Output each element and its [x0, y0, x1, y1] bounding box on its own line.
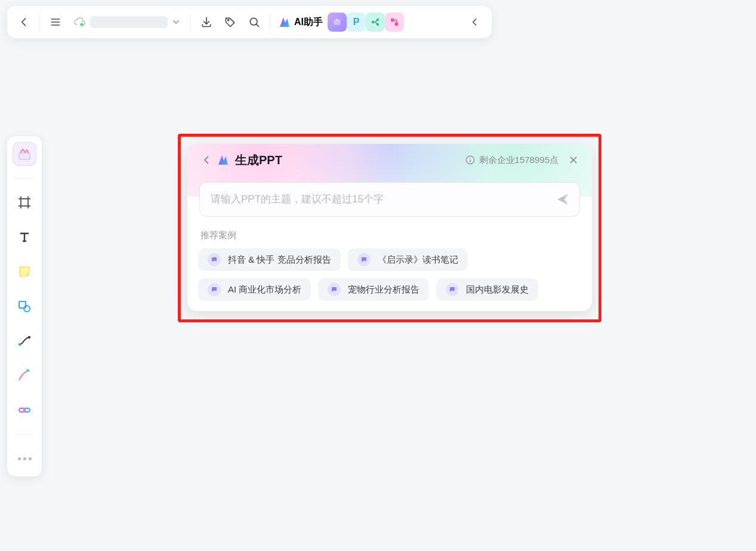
- collapse-right-button[interactable]: [463, 10, 487, 34]
- prompt-input-wrap: [199, 182, 580, 217]
- tool-frame[interactable]: [13, 190, 36, 214]
- chevron-down-icon: [171, 17, 181, 27]
- tool-dock: [7, 136, 42, 476]
- more-icon: [18, 457, 32, 460]
- close-icon: [569, 155, 578, 165]
- chat-bubble-icon: [208, 253, 221, 266]
- ai-assistant-label: AI助手: [294, 16, 323, 29]
- back-button[interactable]: [12, 10, 36, 34]
- chevron-left-icon: [201, 155, 212, 165]
- recommend-pill[interactable]: 国内电影发展史: [436, 278, 538, 301]
- ai-logo-icon: [279, 16, 291, 28]
- recommend-row: 抖音 & 快手 竞品分析报告《启示录》读书笔记AI 商业化市场分析宠物行业分析报…: [198, 248, 581, 301]
- app-chip-p-label: P: [353, 17, 360, 27]
- svg-line-6: [256, 24, 258, 26]
- tool-pen[interactable]: [13, 364, 36, 387]
- top-toolbar: AI助手 P: [7, 6, 492, 38]
- cloud-sync-icon: [73, 16, 85, 28]
- dock-separator: [16, 434, 33, 435]
- recommend-pill-label: AI 商业化市场分析: [228, 284, 301, 295]
- quota-info[interactable]: 剩余企业1578995点: [465, 155, 558, 166]
- panel-header: 生成PPT 剩余企业1578995点: [187, 144, 592, 176]
- panel-back-button[interactable]: [199, 153, 214, 167]
- recommend-pill-label: 抖音 & 快手 竞品分析报告: [228, 254, 331, 266]
- chevron-left-icon: [469, 16, 481, 28]
- svg-point-27: [470, 158, 471, 159]
- quota-text: 剩余企业1578995点: [479, 155, 558, 166]
- svg-rect-12: [395, 23, 397, 25]
- separator: [190, 14, 191, 30]
- recommend-pill[interactable]: 宠物行业分析报告: [318, 278, 429, 301]
- menu-icon: [50, 16, 61, 28]
- svg-rect-11: [391, 19, 394, 21]
- tool-templates[interactable]: [13, 142, 36, 166]
- image-sparkle-icon: [332, 17, 342, 27]
- tool-connector[interactable]: [13, 329, 36, 353]
- dock-separator: [16, 178, 33, 178]
- flow-icon: [390, 17, 399, 27]
- svg-rect-13: [19, 153, 30, 159]
- templates-icon: [17, 147, 32, 161]
- recommend-pill-label: 国内电影发展史: [466, 284, 529, 295]
- download-icon: [200, 16, 212, 28]
- frame-icon: [17, 195, 32, 210]
- tool-text[interactable]: [13, 225, 36, 249]
- menu-button[interactable]: [44, 10, 67, 34]
- tool-sticky-note[interactable]: [13, 260, 36, 284]
- search-button[interactable]: [242, 10, 266, 34]
- tool-more[interactable]: [13, 447, 36, 470]
- chat-bubble-icon: [357, 253, 371, 266]
- chevron-left-icon: [18, 16, 30, 28]
- app-chip-image[interactable]: [328, 13, 347, 32]
- document-title-redacted: [90, 16, 168, 28]
- info-icon: [465, 155, 476, 165]
- recommend-pill-label: 宠物行业分析报告: [348, 284, 419, 295]
- svg-point-21: [28, 336, 30, 338]
- sticky-note-icon: [17, 264, 32, 279]
- recommend-pill[interactable]: AI 商业化市场分析: [198, 278, 311, 301]
- tool-shapes[interactable]: [13, 294, 36, 318]
- svg-point-8: [372, 21, 374, 23]
- app-chip-p[interactable]: P: [347, 13, 366, 32]
- shapes-icon: [17, 299, 32, 313]
- ai-logo-icon: [217, 154, 229, 166]
- recommend-pill[interactable]: 《启示录》读书笔记: [348, 248, 468, 271]
- tool-link[interactable]: [13, 398, 36, 422]
- chat-bubble-icon: [446, 283, 459, 296]
- send-button[interactable]: [554, 190, 572, 208]
- connector-icon: [17, 334, 32, 348]
- text-icon: [17, 230, 32, 244]
- svg-point-4: [228, 20, 229, 21]
- pen-icon: [17, 368, 32, 383]
- chat-bubble-icon: [208, 283, 221, 296]
- app-chip-mindmap[interactable]: [366, 13, 385, 32]
- recommend-pill-label: 《启示录》读书笔记: [378, 254, 458, 266]
- mindmap-icon: [371, 17, 380, 27]
- send-icon: [556, 192, 570, 207]
- link-gradient-icon: [17, 403, 32, 417]
- tag-button[interactable]: [218, 10, 242, 34]
- generate-ppt-panel: 生成PPT 剩余企业1578995点 推荐案例 抖音 & 快手 竞品分析报告《启…: [187, 144, 592, 311]
- panel-title: 生成PPT: [235, 152, 282, 168]
- ppt-topic-input[interactable]: [199, 182, 580, 217]
- recommend-label: 推荐案例: [200, 230, 579, 241]
- separator: [270, 14, 270, 30]
- tag-icon: [224, 16, 236, 28]
- recommend-pill[interactable]: 抖音 & 快手 竞品分析报告: [198, 248, 341, 271]
- ai-assistant-button[interactable]: AI助手: [274, 11, 328, 33]
- panel-close-button[interactable]: [567, 153, 580, 167]
- svg-point-20: [18, 343, 21, 346]
- search-icon: [248, 16, 260, 28]
- download-button[interactable]: [195, 10, 218, 34]
- document-title-dropdown[interactable]: [67, 11, 187, 33]
- chat-bubble-icon: [328, 283, 341, 296]
- app-chip-flow[interactable]: [385, 13, 404, 32]
- separator: [39, 14, 40, 30]
- svg-point-3: [81, 23, 84, 26]
